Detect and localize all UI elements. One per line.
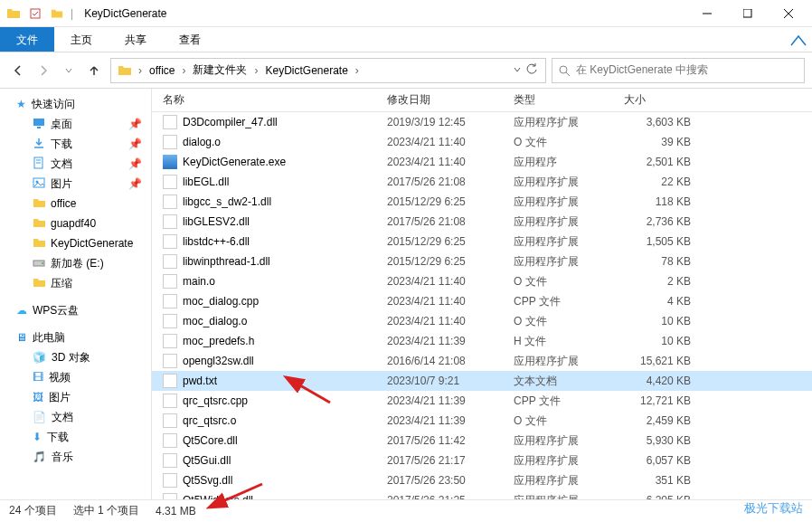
file-icon: [163, 314, 177, 328]
sidebar-item[interactable]: 桌面📌: [0, 114, 151, 134]
nav-icon: 🎵: [33, 451, 46, 463]
col-date[interactable]: 修改日期: [387, 92, 514, 108]
sidebar-pc-item[interactable]: 📄文档: [0, 407, 151, 427]
file-date: 2017/5/26 21:08: [387, 215, 514, 228]
file-name: opengl32sw.dll: [183, 355, 254, 367]
sidebar-quick-access[interactable]: ★ 快速访问: [0, 94, 151, 114]
file-row[interactable]: Qt5Svg.dll 2017/5/26 23:50 应用程序扩展 351 KB: [152, 470, 812, 490]
file-size: 15,621 KB: [624, 355, 705, 367]
sidebar-pc-item[interactable]: 🎞视频: [0, 367, 151, 387]
file-date: 2016/6/14 21:08: [387, 355, 514, 367]
file-row[interactable]: Qt5Core.dll 2017/5/26 11:42 应用程序扩展 5,930…: [152, 431, 812, 451]
file-type: 应用程序扩展: [514, 234, 624, 250]
sidebar-wps[interactable]: ☁ WPS云盘: [0, 300, 151, 320]
status-bar: 24 个项目 选中 1 个项目 4.31 MB: [0, 499, 812, 521]
qat-open[interactable]: [47, 4, 67, 24]
file-size: 2,501 KB: [624, 156, 705, 168]
file-row[interactable]: Qt5Gui.dll 2017/5/26 21:17 应用程序扩展 6,057 …: [152, 451, 812, 470]
minimize-button[interactable]: [686, 0, 727, 26]
file-row[interactable]: moc_dialog.o 2023/4/21 11:40 O 文件 10 KB: [152, 311, 812, 331]
tab-file[interactable]: 文件: [0, 27, 54, 52]
file-row[interactable]: qrc_qtsrc.o 2023/4/21 11:39 O 文件 2,459 K…: [152, 411, 812, 431]
title-bar: | KeyDictGenerate: [0, 0, 812, 27]
pc-icon: 🖥: [16, 331, 27, 344]
sidebar-item[interactable]: 压缩: [0, 273, 151, 293]
file-row[interactable]: libstdc++-6.dll 2015/12/29 6:25 应用程序扩展 1…: [152, 232, 812, 252]
sidebar-item-label: 桌面: [51, 117, 72, 132]
refresh-icon[interactable]: [525, 62, 538, 78]
chevron-right-icon[interactable]: ›: [252, 64, 260, 77]
close-button[interactable]: [768, 0, 808, 26]
breadcrumb-seg-2[interactable]: KeyDictGenerate: [261, 62, 351, 79]
pin-icon: 📌: [128, 118, 142, 130]
file-icon: [163, 234, 177, 249]
file-row[interactable]: pwd.txt 2023/10/7 9:21 文本文档 4,420 KB: [152, 371, 812, 391]
breadcrumb-seg-1[interactable]: 新建文件夹: [189, 61, 250, 80]
file-row[interactable]: main.o 2023/4/21 11:40 O 文件 2 KB: [152, 271, 812, 291]
sidebar-item[interactable]: 文档📌: [0, 154, 151, 174]
search-input[interactable]: 在 KeyDictGenerate 中搜索: [552, 58, 805, 83]
nav-back[interactable]: [7, 60, 29, 81]
file-row[interactable]: qrc_qtsrc.cpp 2023/4/21 11:39 CPP 文件 12,…: [152, 391, 812, 411]
sidebar-pc-item[interactable]: 🧊3D 对象: [0, 347, 151, 367]
maximize-button[interactable]: [727, 0, 768, 26]
sidebar-item[interactable]: guapdf40: [0, 214, 151, 233]
sidebar-this-pc[interactable]: 🖥 此电脑: [0, 327, 151, 347]
file-icon: [163, 394, 177, 408]
file-row[interactable]: libgcc_s_dw2-1.dll 2015/12/29 6:25 应用程序扩…: [152, 192, 812, 212]
file-date: 2015/12/29 6:25: [387, 195, 514, 208]
file-icon: [163, 274, 177, 289]
file-row[interactable]: D3Dcompiler_47.dll 2019/3/19 12:45 应用程序扩…: [152, 112, 812, 132]
col-name[interactable]: 名称: [163, 92, 387, 108]
nav-history[interactable]: [58, 60, 80, 81]
file-row[interactable]: KeyDictGenerate.exe 2023/4/21 11:40 应用程序…: [152, 152, 812, 172]
file-row[interactable]: libwinpthread-1.dll 2015/12/29 6:25 应用程序…: [152, 252, 812, 271]
col-size[interactable]: 大小: [624, 92, 812, 108]
nav-forward[interactable]: [33, 60, 54, 81]
sidebar-item-label: 文档: [52, 410, 73, 425]
sidebar-item[interactable]: 下载📌: [0, 134, 151, 154]
sidebar-item[interactable]: office: [0, 194, 151, 214]
file-size: 10 KB: [624, 315, 705, 327]
sidebar-item[interactable]: 新加卷 (E:): [0, 253, 151, 273]
file-row[interactable]: Qt5Widgets.dll 2017/5/26 21:25 应用程序扩展 6,…: [152, 490, 812, 499]
file-size: 12,721 KB: [624, 394, 705, 407]
ribbon-help-icon[interactable]: [785, 27, 812, 52]
file-row[interactable]: libEGL.dll 2017/5/26 21:08 应用程序扩展 22 KB: [152, 172, 812, 192]
sidebar-item[interactable]: KeyDictGenerate: [0, 233, 151, 253]
file-date: 2023/4/21 11:40: [387, 156, 514, 168]
file-row[interactable]: libGLESV2.dll 2017/5/26 21:08 应用程序扩展 2,7…: [152, 212, 812, 232]
file-name: libstdc++-6.dll: [183, 235, 250, 248]
breadcrumb[interactable]: › office › 新建文件夹 › KeyDictGenerate ›: [110, 58, 546, 83]
file-name: Qt5Svg.dll: [183, 474, 232, 487]
file-list[interactable]: D3Dcompiler_47.dll 2019/3/19 12:45 应用程序扩…: [152, 112, 812, 499]
tab-share[interactable]: 共享: [109, 27, 163, 52]
tab-view[interactable]: 查看: [163, 27, 217, 52]
col-type[interactable]: 类型: [514, 92, 624, 108]
breadcrumb-seg-0[interactable]: office: [146, 62, 178, 79]
file-row[interactable]: moc_dialog.cpp 2023/4/21 11:40 CPP 文件 4 …: [152, 291, 812, 311]
sidebar-pc-item[interactable]: 🎵音乐: [0, 447, 151, 467]
qat-properties[interactable]: [25, 4, 45, 24]
file-date: 2023/4/21 11:40: [387, 275, 514, 288]
chevron-right-icon[interactable]: ›: [180, 64, 187, 77]
file-icon: [163, 175, 177, 189]
ribbon: 文件 主页 共享 查看: [0, 27, 812, 52]
tab-home[interactable]: 主页: [54, 27, 109, 52]
file-date: 2017/5/26 21:17: [387, 454, 514, 467]
file-row[interactable]: moc_predefs.h 2023/4/21 11:39 H 文件 10 KB: [152, 331, 812, 351]
file-row[interactable]: opengl32sw.dll 2016/6/14 21:08 应用程序扩展 15…: [152, 351, 812, 371]
chevron-right-icon[interactable]: ›: [354, 64, 361, 77]
sidebar-item-label: 图片: [51, 176, 72, 192]
sidebar-pc-item[interactable]: ⬇下载: [0, 427, 151, 447]
sidebar-pc-item[interactable]: 🖼图片: [0, 387, 151, 407]
nav-up[interactable]: [83, 60, 105, 81]
file-date: 2017/5/26 21:08: [387, 176, 514, 188]
file-icon: [163, 433, 177, 448]
sidebar-item[interactable]: 图片📌: [0, 174, 151, 194]
file-type: 应用程序扩展: [514, 175, 624, 190]
chevron-right-icon[interactable]: ›: [137, 64, 144, 77]
file-row[interactable]: dialog.o 2023/4/21 11:40 O 文件 39 KB: [152, 132, 812, 152]
svg-rect-2: [743, 9, 751, 17]
breadcrumb-dropdown[interactable]: [513, 64, 522, 77]
